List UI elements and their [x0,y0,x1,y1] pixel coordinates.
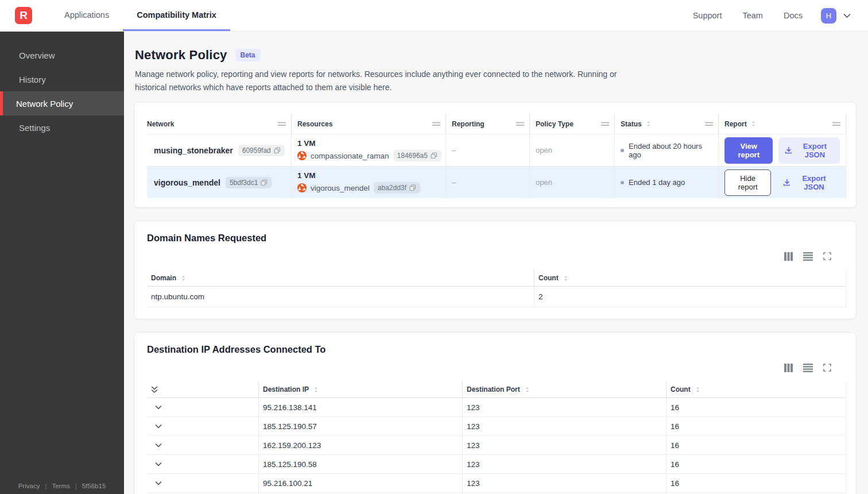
sidebar-items: Overview History Network Policy Settings [0,32,124,140]
column-resize-icon[interactable] [832,121,841,127]
count-cell: 16 [666,417,846,435]
sort-icon[interactable] [313,387,319,393]
column-header-count[interactable]: Count [666,381,846,397]
copy-icon[interactable] [431,152,437,159]
main-content: Network Policy Beta Manage network polic… [124,0,868,494]
terms-link[interactable]: Terms [52,483,69,489]
privacy-link[interactable]: Privacy [18,483,40,489]
sort-icon[interactable] [524,387,530,393]
double-chevron-down-icon[interactable] [151,386,158,393]
sort-icon[interactable] [563,275,569,281]
navbar-left: R Applications Compatibility Matrix [0,0,230,31]
expand-row-cell[interactable] [147,474,259,492]
copy-icon[interactable] [274,147,281,154]
tab-compatibility-matrix[interactable]: Compatibility Matrix [123,0,230,31]
column-header-resources[interactable]: Resources [292,114,446,134]
app-logo[interactable]: R [15,7,32,24]
column-header-reporting[interactable]: Reporting [446,114,530,134]
chevron-down-icon[interactable] [155,462,162,466]
count-cell: 16 [666,474,846,492]
network-cell: vigorous_mendel 5bdf3dc1 [147,167,292,198]
expand-all-header[interactable] [147,381,259,397]
expand-row-cell[interactable] [147,398,259,416]
resource-hash-pill[interactable]: aba2dd3f [374,182,420,194]
column-header-policy-type[interactable]: Policy Type [530,114,615,134]
column-resize-icon[interactable] [704,121,714,127]
footer-divider: | [75,483,77,489]
resources-summary: 1 VM [297,139,316,148]
table-row[interactable]: 162.159.200.123 123 16 [147,436,846,455]
reporting-cell: – [446,167,530,198]
nav-link-support[interactable]: Support [685,11,730,20]
resources-cell: 1 VM compassionate_raman 184696a5 [292,134,446,166]
network-hash-pill[interactable]: 5bdf3dc1 [226,177,272,188]
column-header-network[interactable]: Network [147,114,292,134]
sidebar-item-network-policy[interactable]: Network Policy [0,91,124,115]
logo-letter: R [20,9,28,22]
expand-row-cell[interactable] [147,455,259,473]
column-header-count[interactable]: Count [534,270,846,286]
network-hash-pill[interactable]: 60959fad [238,145,285,156]
hide-report-button[interactable]: Hide report [724,169,771,196]
nav-link-team[interactable]: Team [734,11,770,20]
tab-applications[interactable]: Applications [51,0,123,31]
sort-icon[interactable] [180,275,187,281]
user-avatar[interactable]: H [821,8,836,24]
destination-ip-cell: 95.216.138.141 [259,398,463,416]
status-dot [621,181,624,184]
column-resize-icon[interactable] [432,121,441,127]
table-row[interactable]: vigorous_mendel 5bdf3dc1 1 VM vigorous_m… [147,167,846,198]
columns-icon[interactable] [784,252,793,261]
expand-row-cell[interactable] [147,417,259,435]
sort-icon[interactable] [750,121,757,127]
fullscreen-icon[interactable] [823,364,831,372]
table-row[interactable]: 185.125.190.58 123 16 [147,455,846,474]
nav-link-docs[interactable]: Docs [776,11,811,20]
export-json-button[interactable]: Export JSON [778,137,840,164]
expand-row-cell[interactable] [147,436,259,454]
table-row[interactable]: ntp.ubuntu.com 2 [147,287,846,307]
sidebar: Overview History Network Policy Settings… [0,32,124,494]
ubuntu-icon [297,183,307,192]
copy-icon[interactable] [261,179,268,186]
column-header-report[interactable]: Report [719,114,846,134]
column-header-destination-ip[interactable]: Destination IP [259,381,463,397]
destinations-table-header: Destination IP Destination Port Count [147,381,846,398]
view-report-button[interactable]: View report [724,137,773,164]
column-resize-icon[interactable] [600,121,610,127]
chevron-down-icon[interactable] [155,481,162,485]
column-header-status[interactable]: Status [615,114,719,134]
sidebar-item-settings[interactable]: Settings [0,115,124,140]
column-resize-icon[interactable] [277,121,286,127]
rows-density-icon[interactable] [803,364,813,372]
table-row[interactable]: 95.216.100.21 123 16 [147,474,846,493]
chevron-down-icon[interactable] [155,443,162,447]
sidebar-item-history[interactable]: History [0,67,124,91]
fullscreen-icon[interactable] [823,252,831,260]
networks-table-header: Network Resources Reporting Policy Type … [147,114,846,134]
policy-type-cell: open [530,134,615,166]
rows-density-icon[interactable] [803,252,813,261]
destinations-table: Destination IP Destination Port Count 95… [147,381,846,494]
resources-cell: 1 VM vigorous_mendel aba2dd3f [292,167,446,198]
export-json-button[interactable]: Export JSON [777,169,840,196]
column-header-domain[interactable]: Domain [147,270,534,286]
table-row[interactable]: 185.125.190.57 123 16 [147,417,846,436]
copy-icon[interactable] [409,184,416,191]
user-menu-chevron-icon[interactable] [841,11,853,21]
resource-hash-pill[interactable]: 184696a5 [393,150,441,161]
navbar-right: Support Team Docs H [685,8,868,24]
network-name: vigorous_mendel [154,178,220,187]
sort-icon[interactable] [645,121,652,127]
sort-icon[interactable] [695,387,701,393]
destination-ip-cell: 185.125.190.58 [259,455,463,473]
table-row[interactable]: 95.216.138.141 123 16 [147,398,846,417]
column-resize-icon[interactable] [516,121,525,127]
columns-icon[interactable] [784,364,793,372]
chevron-down-icon[interactable] [155,405,162,410]
sidebar-item-overview[interactable]: Overview [0,43,124,67]
table-row[interactable]: musing_stonebraker 60959fad 1 VM compass… [147,134,846,167]
chevron-down-icon[interactable] [155,424,162,429]
destination-ips-card: Destination IP Addresses Connected To De… [134,332,857,494]
column-header-destination-port[interactable]: Destination Port [463,381,666,397]
